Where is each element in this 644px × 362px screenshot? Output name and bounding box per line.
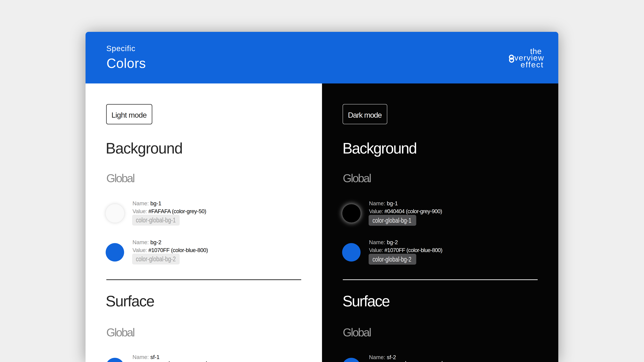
svg-text:Name: bg-1: Name: bg-1 [369,200,398,206]
svg-text:Global: Global [106,172,135,185]
svg-text:Value: #FAFAFA (color-grey-50): Value: #FAFAFA (color-grey-50) [132,208,206,214]
svg-text:Name: bg-2: Name: bg-2 [132,239,161,245]
svg-text:Value: #1070FF (color-blue-800: Value: #1070FF (color-blue-800) [132,247,208,253]
svg-text:Specific: Specific [106,44,135,53]
svg-text:Dark mode: Dark mode [348,111,382,119]
svg-text:Global: Global [343,172,372,185]
svg-text:Name: bg-2: Name: bg-2 [369,239,398,245]
svg-text:Value: #040404 (color-grey-900: Value: #040404 (color-grey-900) [369,208,442,214]
svg-text:Global: Global [343,326,372,339]
svg-text:Name: sf-2: Name: sf-2 [369,354,396,360]
svg-text:Background: Background [342,140,417,157]
svg-text:Surface: Surface [342,293,390,310]
svg-text:Light mode: Light mode [112,111,147,119]
svg-text:Name: sf-1: Name: sf-1 [132,354,160,360]
svg-text:Value: #1070FF (color-blue-800: Value: #1070FF (color-blue-800) [369,247,442,253]
svg-text:color-global-bg-1: color-global-bg-1 [136,216,176,224]
svg-text:Global: Global [106,326,135,339]
svg-text:Background: Background [106,140,183,157]
svg-text:effect: effect [520,60,543,69]
svg-text:Name: bg-1: Name: bg-1 [132,200,161,206]
svg-text:color-global-bg-2: color-global-bg-2 [372,256,412,263]
svg-text:Colors: Colors [106,56,146,71]
svg-text:Surface: Surface [106,293,155,310]
svg-text:color-global-bg-1: color-global-bg-1 [372,217,412,224]
svg-text:color-global-bg-2: color-global-bg-2 [136,255,176,263]
